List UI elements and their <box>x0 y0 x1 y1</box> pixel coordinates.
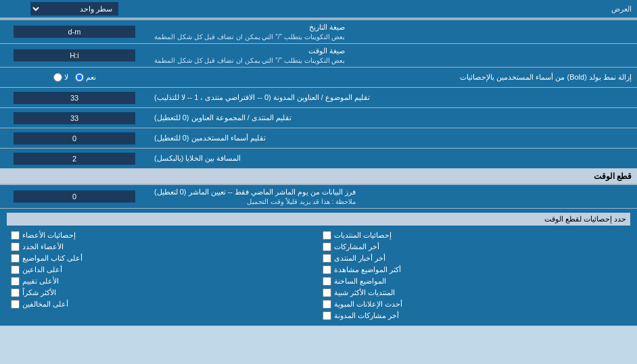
bold-remove-label: إزالة نمط بولد (Bold) من أسماء المستخدمي… <box>149 70 637 84</box>
cutoff-label: فرز البيانات من يوم الماشر الماضي فقط --… <box>149 185 637 208</box>
forum-header-count-input-wrap <box>0 108 149 128</box>
date-format-label: صيغة التاريخ بعض التكوينات يتطلب "/" الت… <box>149 20 637 43</box>
list-item: أعلى كتاب المواضيع <box>11 254 314 263</box>
date-format-input-wrap <box>0 20 149 43</box>
date-format-row: صيغة التاريخ بعض التكوينات يتطلب "/" الت… <box>0 20 637 44</box>
checkbox-top-violators[interactable] <box>11 300 20 309</box>
checkbox-member-stats[interactable] <box>11 231 20 240</box>
forum-header-count-label: تقليم المنتدى / المجموعة العناوين (0 للت… <box>149 108 637 128</box>
checkbox-top-topic-writers[interactable] <box>11 254 20 263</box>
forum-header-count-row: تقليم المنتدى / المجموعة العناوين (0 للت… <box>0 108 637 128</box>
checkbox-top-rated[interactable] <box>11 277 20 286</box>
header-label-right: العرض <box>149 2 637 16</box>
date-format-input[interactable] <box>14 26 135 38</box>
cutoff-input-wrap <box>0 185 149 208</box>
checkbox-most-thanked[interactable] <box>11 288 20 297</box>
list-item: الأكثر شكراً <box>11 288 314 297</box>
header-select-wrap: سطر واحدسطرينثلاثة أسطر <box>0 0 149 18</box>
checkbox-most-like-forums[interactable] <box>323 288 331 297</box>
display-select[interactable]: سطر واحدسطرينثلاثة أسطر <box>30 2 118 16</box>
time-format-input-wrap <box>0 44 149 67</box>
list-item: أخر أخبار المنتدى <box>323 254 626 263</box>
bold-no-radio[interactable] <box>53 73 62 82</box>
topic-header-count-input[interactable] <box>14 92 135 104</box>
checkbox-hot-topics[interactable] <box>323 277 331 286</box>
username-trim-input-wrap <box>0 128 149 148</box>
cell-spacing-row: المسافة بين الخلايا (بالبكسل) <box>0 149 637 169</box>
checkbox-most-viewed[interactable] <box>323 265 331 274</box>
list-item: إحصائيات الأعضاء <box>11 231 314 240</box>
forum-header-count-input[interactable] <box>14 112 135 124</box>
bold-no-label[interactable]: لا <box>53 73 68 82</box>
list-item: أحدث الإعلانات المبوية <box>323 300 626 309</box>
bold-remove-row: إزالة نمط بولد (Bold) من أسماء المستخدمي… <box>0 68 637 88</box>
list-item: أعلى الداعين <box>11 265 314 274</box>
bold-yes-radio[interactable] <box>75 73 84 82</box>
checkbox-latest-classified[interactable] <box>323 300 331 309</box>
checkbox-top-posters[interactable] <box>11 265 20 274</box>
bold-yes-label[interactable]: نعم <box>75 73 96 82</box>
list-item: المواضيع الساخنة <box>323 277 626 286</box>
list-item: إحصائيات المنتديات <box>323 231 626 240</box>
cutoff-section-header: قطع الوقت <box>0 169 637 185</box>
cell-spacing-input[interactable] <box>14 153 135 165</box>
list-item: الأعضاء الجدد <box>11 242 314 251</box>
username-trim-label: تقليم أسماء المستخدمين (0 للتعطيل) <box>149 128 637 148</box>
topic-header-count-row: تقليم الموضوع / العناوين المدونة (0 -- ا… <box>0 88 637 108</box>
checkbox-col-1: إحصائيات المنتديات أخر المشاركات أخر أخب… <box>318 230 630 321</box>
list-item: أكثر المواضيع مشاهدة <box>323 265 626 274</box>
cell-spacing-label: المسافة بين الخلايا (بالبكسل) <box>149 149 637 168</box>
cutoff-row: فرز البيانات من يوم الماشر الماضي فقط --… <box>0 185 637 209</box>
cutoff-input[interactable] <box>14 190 135 203</box>
cell-spacing-input-wrap <box>0 149 149 168</box>
time-format-label: صيغة الوقت بعض التكوينات يتطلب "/" التي … <box>149 44 637 67</box>
username-trim-input[interactable] <box>14 132 135 145</box>
checkboxes-grid: إحصائيات المنتديات أخر المشاركات أخر أخب… <box>7 230 630 321</box>
list-item: أخر مشاركات المدونة <box>323 311 626 320</box>
bold-remove-options: نعم لا <box>0 71 149 84</box>
list-item: أعلى المخالفين <box>11 300 314 309</box>
list-item: أخر المشاركات <box>323 242 626 251</box>
checkbox-forum-stats[interactable] <box>323 231 331 240</box>
list-item: الأعلى تقييم <box>11 277 314 286</box>
checkbox-last-forum-news[interactable] <box>323 254 331 263</box>
checkbox-last-blog-posts[interactable] <box>323 311 331 320</box>
checkbox-last-posts[interactable] <box>323 242 331 251</box>
time-format-row: صيغة الوقت بعض التكوينات يتطلب "/" التي … <box>0 44 637 68</box>
header-row: العرض سطر واحدسطرينثلاثة أسطر <box>0 0 637 19</box>
checkbox-col-2: إحصائيات الأعضاء الأعضاء الجدد أعلى كتاب… <box>7 230 318 321</box>
username-trim-row: تقليم أسماء المستخدمين (0 للتعطيل) <box>0 128 637 149</box>
time-format-input[interactable] <box>14 49 135 61</box>
checkboxes-title: حدد إحصائيات لقطع الوقت <box>7 213 630 226</box>
main-container: العرض سطر واحدسطرينثلاثة أسطر صيغة التار… <box>0 0 637 326</box>
list-item: المنتديات الأكثر شبية <box>323 288 626 297</box>
checkboxes-section: حدد إحصائيات لقطع الوقت إحصائيات المنتدي… <box>0 209 637 326</box>
checkbox-new-members[interactable] <box>11 242 20 251</box>
topic-header-count-label: تقليم الموضوع / العناوين المدونة (0 -- ا… <box>149 88 637 107</box>
topic-header-count-input-wrap <box>0 88 149 107</box>
